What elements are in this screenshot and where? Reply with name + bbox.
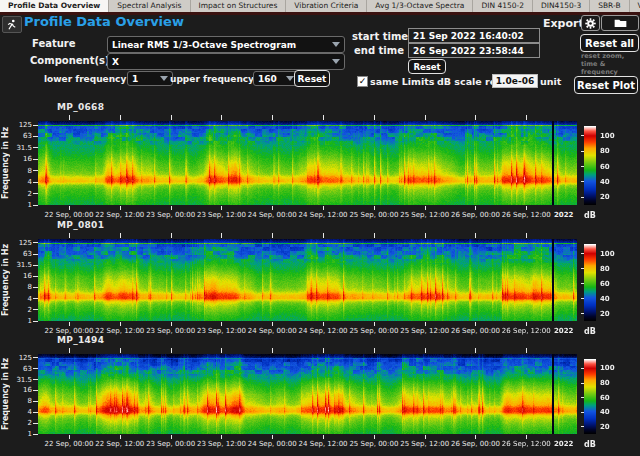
- x-tick-mark-top: [374, 233, 375, 238]
- x-tick-mark-top: [171, 115, 172, 120]
- colorbar-tick-mark: [581, 397, 584, 398]
- x-tick-label: 26 Sep, 12:00: [502, 440, 551, 448]
- export-settings-button[interactable]: [581, 15, 600, 31]
- x-tick-mark-bottom: [475, 206, 476, 210]
- colorbar-mp_1494: [584, 359, 596, 434]
- same-limits-checkbox[interactable]: ✓: [357, 76, 368, 87]
- colorbar-tick-label: 80: [600, 265, 610, 273]
- tab-vdv[interactable]: VDV: [630, 0, 640, 12]
- end-time-input[interactable]: 26 Sep 2022 23:58:44: [408, 43, 540, 58]
- y-tick-label: 1: [8, 317, 32, 325]
- folder-icon: [614, 18, 627, 28]
- gear-icon: [585, 18, 596, 29]
- colorbar-tick-label: 80: [600, 147, 610, 155]
- colorbar-tick-mark: [581, 135, 584, 136]
- feature-select[interactable]: Linear RMS 1/3-Octave Spectrogram: [107, 36, 345, 53]
- x-tick-label: 23 Sep, 12:00: [197, 211, 246, 219]
- colorbar-tick-mark: [581, 313, 584, 314]
- y-tick-label: 2: [8, 306, 32, 314]
- y-tick-label: 63: [8, 132, 32, 140]
- x-tick-label: 26 Sep, 00:00: [451, 327, 500, 335]
- x-tick-mark-top: [69, 348, 70, 353]
- end-time-label: end time: [352, 45, 404, 56]
- y-tick-label: 31.5: [8, 376, 32, 384]
- x-tick-mark-top: [475, 115, 476, 120]
- colorbar-tick-label: 100: [600, 250, 615, 258]
- tab-vibration-criteria[interactable]: Vibration Criteria: [286, 0, 367, 12]
- plot-title-mp_0801: MP_0801: [57, 220, 104, 230]
- colorbar-tick-label: 20: [600, 193, 610, 201]
- spectrogram-mp_1494[interactable]: [38, 354, 577, 434]
- x-tick-mark-top: [526, 115, 527, 120]
- tab-din4150-3[interactable]: DIN4150-3: [533, 0, 590, 12]
- colorbar-tick-label: 60: [600, 280, 610, 288]
- x-tick-mark-bottom: [171, 435, 172, 439]
- export-folder-button[interactable]: [601, 15, 639, 31]
- colorbar-unit-label: dB: [584, 440, 596, 449]
- colorbar-tick-mark: [581, 253, 584, 254]
- reset-all-button[interactable]: Reset all: [580, 34, 639, 52]
- x-tick-mark-top: [69, 115, 70, 120]
- x-tick-label: 24 Sep, 12:00: [299, 211, 348, 219]
- x-tick-mark-top: [221, 348, 222, 353]
- colorbar-tick-label: 40: [600, 178, 610, 186]
- x-tick-label: 24 Sep, 00:00: [248, 211, 297, 219]
- colorbar-tick-mark: [581, 426, 584, 427]
- y-tick-label: 125: [8, 121, 32, 129]
- spectrogram-mp_0801[interactable]: [38, 239, 577, 321]
- colorbar-tick-mark: [581, 368, 584, 369]
- x-tick-mark-top: [526, 348, 527, 353]
- x-tick-mark-top: [120, 348, 121, 353]
- colorbar-tick-mark: [581, 197, 584, 198]
- colorbar-mp_0668: [584, 126, 596, 205]
- x-tick-mark-top: [272, 233, 273, 238]
- time-reset-button[interactable]: Reset: [408, 59, 446, 74]
- y-tick-label: 8: [8, 283, 32, 291]
- upper-frequency-label: upper frequency: [170, 74, 254, 84]
- y-tick-label: 31.5: [8, 261, 32, 269]
- x-tick-mark-top: [120, 115, 121, 120]
- x-tick-mark-top: [221, 233, 222, 238]
- tab-impact-on-structures[interactable]: Impact on Structures: [191, 0, 287, 12]
- y-tick-label: 8: [8, 397, 32, 405]
- x-tick-mark-bottom: [120, 206, 121, 210]
- x-tick-label: 25 Sep, 12:00: [400, 327, 449, 335]
- x-tick-mark-top: [272, 115, 273, 120]
- reset-plot-button[interactable]: Reset Plot: [574, 76, 638, 94]
- x-tick-label: 24 Sep, 12:00: [299, 440, 348, 448]
- tab-spectral-analysis[interactable]: Spectral Analysis: [109, 0, 190, 12]
- components-select[interactable]: X: [107, 53, 345, 70]
- x-tick-mark-top: [221, 115, 222, 120]
- y-tick-label: 1: [8, 201, 32, 209]
- tab-sbr-b[interactable]: SBR-B: [590, 0, 629, 12]
- y-tick-label: 16: [8, 155, 32, 163]
- frequency-reset-button[interactable]: Reset: [294, 70, 330, 87]
- start-time-input[interactable]: 21 Sep 2022 16:40:02: [408, 28, 540, 43]
- upper-frequency-select[interactable]: 160: [253, 71, 299, 86]
- export-label: Export: [543, 17, 584, 30]
- tab-din-4150-2[interactable]: DIN 4150-2: [473, 0, 533, 12]
- tab-avg-1-3-octave-spectra[interactable]: Avg 1/3-Octave Spectra: [367, 0, 473, 12]
- y-tick-label: 63: [8, 365, 32, 373]
- spectrogram-mp_0668[interactable]: [38, 121, 577, 205]
- x-tick-mark-top: [374, 115, 375, 120]
- x-tick-mark-bottom: [374, 206, 375, 210]
- x-tick-mark-top: [323, 115, 324, 120]
- x-tick-label: 22 Sep, 00:00: [45, 211, 94, 219]
- y-tick-label: 125: [8, 239, 32, 247]
- lower-frequency-select[interactable]: 1: [127, 71, 173, 86]
- x-tick-label: 25 Sep, 00:00: [349, 440, 398, 448]
- x-tick-label: 25 Sep, 00:00: [349, 327, 398, 335]
- x-tick-mark-bottom: [69, 322, 70, 326]
- x-tick-mark-top: [272, 348, 273, 353]
- colorbar-tick-label: 60: [600, 394, 610, 402]
- colorbar-tick-mark: [581, 383, 584, 384]
- y-tick-label: 2: [8, 419, 32, 427]
- tab-profile-data-overview[interactable]: Profile Data Overview: [0, 0, 109, 12]
- lower-frequency-value: 1: [132, 74, 157, 84]
- tab-bar: Profile Data OverviewSpectral AnalysisIm…: [0, 0, 640, 12]
- x-tick-mark-top: [475, 348, 476, 353]
- x-tick-label: 26 Sep, 12:00: [502, 211, 551, 219]
- db-scale-input[interactable]: 1.0e-06: [492, 74, 538, 88]
- x-tick-label: 26 Sep, 00:00: [451, 211, 500, 219]
